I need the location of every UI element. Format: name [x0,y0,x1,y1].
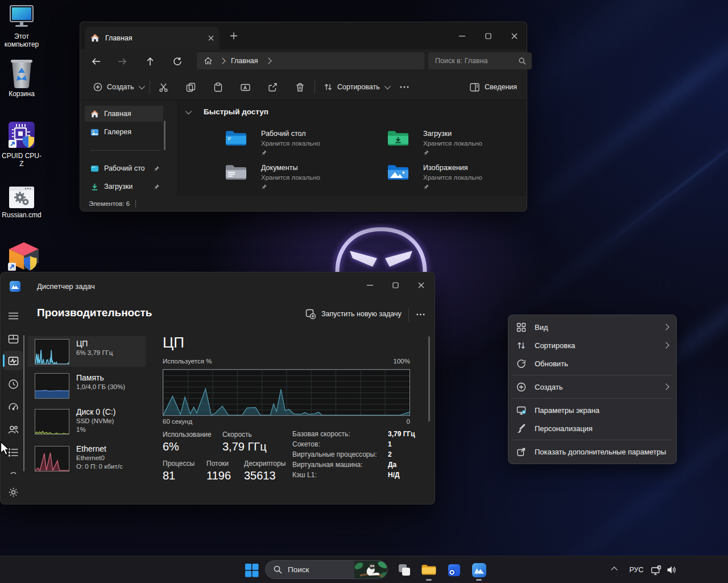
copy-button[interactable] [180,78,201,96]
up-button[interactable] [141,53,159,70]
new-tab-icon[interactable] [230,32,237,39]
menu-item-show-more-options[interactable]: Показать дополнительные параметры [511,443,673,461]
close-button[interactable] [412,277,430,293]
menu-item-sort[interactable]: Сортировка [511,336,673,354]
menu-item-new[interactable]: Создать [511,378,673,396]
back-button[interactable] [87,53,105,70]
perf-item-disk[interactable]: Диск 0 (C:)SSD (NVMe)1% [28,406,146,440]
sort-label: Сортировать [337,83,380,91]
refresh-button[interactable] [168,53,187,70]
share-button[interactable] [262,78,283,96]
sidebar-scrollbar[interactable] [164,121,166,150]
task-manager-nav-rail [1,301,26,504]
nav-startup-apps-icon[interactable] [7,400,19,413]
taskbar-search[interactable]: Поиск [265,560,388,579]
cut-button[interactable] [153,78,173,96]
menu-divider [512,398,672,399]
file-explorer-taskbar-button[interactable] [417,559,440,581]
maximize-button[interactable] [479,28,497,44]
quick-access-item-pictures[interactable]: ИзображенияХранится локально [387,164,482,190]
close-button[interactable] [505,28,523,44]
submenu-chevron-icon [663,342,669,348]
sort-button[interactable]: Сортировать [319,78,394,96]
panel-scrollbar[interactable] [428,336,430,421]
nav-app-history-icon[interactable] [7,378,19,390]
desktop-icon-cpuz[interactable]: CPUID CPU-Z [0,121,43,168]
details-pane-button[interactable]: Сведения [465,78,522,96]
task-view-icon [398,563,411,577]
settings-gear-icon[interactable] [7,486,19,498]
task-manager-taskbar-button[interactable] [468,559,490,581]
home-icon [90,34,100,43]
nav-services-icon[interactable] [7,467,19,475]
menu-label: Обновить [535,359,668,368]
run-new-task-button[interactable]: Запустить новую задачу [305,309,402,319]
menu-divider [512,440,672,440]
recycle-bin-icon [9,59,35,88]
perf-item-memory[interactable]: Память1,0/4,0 ГБ (30%) [28,370,146,401]
sidebar-label: Рабочий сто [104,164,148,172]
menu-item-personalize[interactable]: Персонализация [511,419,673,437]
quick-access-header[interactable]: Быстрый доступ [185,107,268,116]
desktop-icon-label: Этот компьютер [0,32,43,48]
desktop-icon-setup-cube[interactable] [2,241,46,272]
search-highlight-image[interactable] [354,560,387,579]
folder-downloads-icon [387,130,409,147]
quick-access-item-desktop[interactable]: Рабочий столХранится локально [225,130,320,156]
nav-users-icon[interactable] [7,423,19,436]
menu-item-display-settings[interactable]: Параметры экрана [511,401,673,419]
this-pc-icon [7,5,36,31]
create-label: Создать [107,83,134,91]
desktop-icon-this-pc[interactable]: Этот компьютер [0,5,43,48]
nav-processes-icon[interactable] [7,333,19,345]
desktop-icon-russian-cmd[interactable]: Russian.cmd [0,185,43,219]
perf-title: Память [76,373,125,383]
tray-language-indicator[interactable]: РУС [626,563,647,577]
menu-label: Показать дополнительные параметры [535,448,668,456]
nav-performance-icon[interactable] [7,354,19,367]
breadcrumb-item[interactable]: Главная [231,57,258,65]
cpu-detail-panel: ЦП Используется % 100% 60 секунд 0 Испол… [147,329,435,504]
breadcrumb[interactable]: Главная [197,52,424,69]
sidebar-item-gallery[interactable]: Галерея [85,124,163,140]
tray-network-icon[interactable] [650,563,663,577]
perf-title: ЦП [76,339,113,349]
menu-hamburger-icon[interactable] [7,309,19,322]
search-input[interactable]: Поиск в: Главна [428,52,532,69]
memory-thumbnail [35,373,69,399]
tray-volume-icon[interactable] [664,563,678,577]
rail-scrollbar[interactable] [23,335,24,472]
language-label: РУС [629,566,643,574]
menu-item-view[interactable]: Вид [511,318,673,336]
minimize-button[interactable] [453,28,471,44]
create-button[interactable]: Создать [88,78,148,96]
start-button[interactable] [240,559,263,581]
quick-access-item-downloads[interactable]: ЗагрузкиХранится локально [387,130,482,156]
paste-button[interactable] [208,78,228,96]
rename-button[interactable] [235,78,255,96]
tray-show-hidden-icons[interactable] [607,563,621,577]
delete-button[interactable] [289,78,310,96]
menu-item-refresh[interactable]: Обновить [511,354,673,373]
quick-access-item-documents[interactable]: ДокументыХранится локально [225,164,320,190]
sidebar-item-downloads[interactable]: Загрузки [85,179,163,195]
search-placeholder: Поиск в: Главна [435,57,488,65]
sidebar-item-home[interactable]: Главная [85,106,163,122]
maximize-button[interactable] [386,277,404,293]
explorer-tab[interactable]: Главная [85,27,220,49]
outlook-taskbar-button[interactable] [442,559,465,581]
tab-close-icon[interactable] [208,35,214,41]
sidebar-item-desktop[interactable]: Рабочий сто [85,160,163,176]
task-view-button[interactable] [393,559,416,581]
pin-icon [154,166,160,172]
forward-button[interactable] [113,53,131,70]
more-button[interactable] [413,309,427,320]
new-task-icon [305,309,316,319]
item-name: Рабочий стол [261,130,320,138]
header-divider [408,308,409,321]
minimize-button[interactable] [361,277,379,293]
perf-item-cpu[interactable]: ЦП6% 3,79 ГГц [28,336,146,367]
perf-item-ethernet[interactable]: EthernetEthernet0О: 0 П: 0 кбит/с [28,443,146,477]
desktop-icon-recycle-bin[interactable]: Корзина [0,59,43,98]
more-button[interactable] [394,78,415,96]
